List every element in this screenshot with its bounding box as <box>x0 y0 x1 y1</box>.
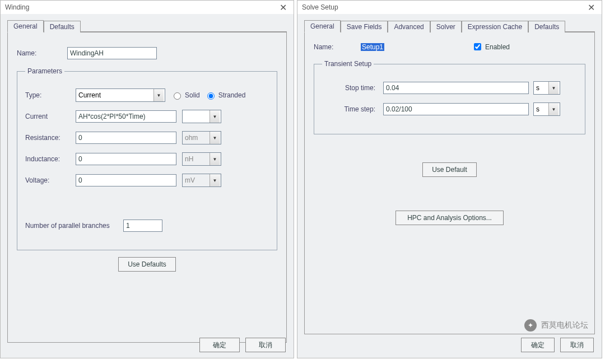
solve-setup-dialog: Solve Setup ✕ General Save Fields Advanc… <box>297 0 602 358</box>
use-default-button[interactable]: Use Default <box>422 162 477 177</box>
winding-title: Winding <box>5 3 277 11</box>
winding-buttons: 确定 取消 <box>199 338 286 352</box>
voltage-input <box>76 174 176 186</box>
enabled-checkbox-input[interactable] <box>474 43 481 50</box>
inductance-unit-combo: ▼ <box>182 152 221 166</box>
tab-save-fields[interactable]: Save Fields <box>341 21 388 32</box>
inductance-label: Inductance: <box>25 155 76 163</box>
solve-name-label: Name: <box>314 43 353 51</box>
type-combo[interactable]: ▼ <box>76 88 165 102</box>
type-label: Type: <box>25 91 76 99</box>
parameters-fieldset: Parameters Type: ▼ Solid Stranded <box>17 67 277 250</box>
inductance-row: Inductance: ▼ <box>25 152 269 166</box>
solve-titlebar: Solve Setup ✕ <box>297 1 602 14</box>
tab-general[interactable]: General <box>304 20 341 32</box>
inductance-input <box>76 153 176 165</box>
resistance-unit-input <box>183 132 210 144</box>
step-label: Time step: <box>322 105 375 113</box>
solve-name-row: Name: Setup1 Enabled <box>314 41 585 52</box>
tab-advanced[interactable]: Advanced <box>388 21 430 32</box>
close-icon[interactable]: ✕ <box>277 2 289 13</box>
inductance-unit-input <box>183 153 210 165</box>
voltage-label: Voltage: <box>25 176 76 184</box>
transient-fieldset: Transient Setup Stop time: ▼ Time step: … <box>314 60 585 134</box>
tab-general[interactable]: General <box>7 20 44 32</box>
chevron-down-icon[interactable]: ▼ <box>548 82 559 94</box>
hpc-options-button[interactable]: HPC and Analysis Options... <box>395 211 504 225</box>
chevron-down-icon[interactable]: ▼ <box>548 103 559 115</box>
name-label: Name: <box>17 49 67 57</box>
chevron-down-icon[interactable]: ▼ <box>153 89 164 101</box>
tab-defaults[interactable]: Defaults <box>44 21 81 32</box>
winding-kind-radios: Solid Stranded <box>171 91 245 100</box>
type-row: Type: ▼ Solid Stranded <box>25 88 269 102</box>
tab-defaults[interactable]: Defaults <box>528 21 565 32</box>
solve-name-input[interactable]: Setup1 <box>361 43 462 51</box>
watermark-text: 西莫电机论坛 <box>541 320 588 330</box>
wechat-icon: ✦ <box>524 319 537 332</box>
tab-expression-cache[interactable]: Expression Cache <box>462 21 528 32</box>
ok-button[interactable]: 确定 <box>521 338 555 352</box>
tab-solver[interactable]: Solver <box>430 21 462 32</box>
use-defaults-button[interactable]: Use Defaults <box>118 257 176 272</box>
solve-title: Solve Setup <box>302 3 585 11</box>
current-input[interactable] <box>76 110 176 123</box>
current-unit-input[interactable] <box>183 110 210 123</box>
radio-solid-input[interactable] <box>174 92 181 100</box>
solve-tabbar: General Save Fields Advanced Solver Expr… <box>297 14 602 32</box>
voltage-unit-input <box>183 174 210 186</box>
winding-general-panel: Name: Parameters Type: ▼ Solid <box>7 32 287 343</box>
winding-name-input[interactable] <box>67 47 157 59</box>
name-row: Name: <box>17 47 277 59</box>
chevron-down-icon[interactable]: ▼ <box>210 110 220 123</box>
radio-solid[interactable]: Solid <box>171 91 200 100</box>
step-unit-combo[interactable]: ▼ <box>533 102 560 116</box>
winding-dialog: Winding ✕ General Defaults Name: Paramet… <box>0 0 294 358</box>
enabled-checkbox[interactable]: Enabled <box>472 41 510 52</box>
resistance-row: Resistance: ▼ <box>25 131 269 144</box>
current-row: Current ▼ <box>25 110 269 123</box>
winding-titlebar: Winding ✕ <box>1 1 294 14</box>
current-label: Current <box>25 113 76 120</box>
ok-button[interactable]: 确定 <box>199 338 240 352</box>
winding-tabbar: General Defaults <box>1 14 294 32</box>
step-row: Time step: ▼ <box>322 102 577 116</box>
radio-stranded[interactable]: Stranded <box>204 91 246 100</box>
parameters-legend: Parameters <box>25 67 64 75</box>
resistance-unit-combo: ▼ <box>182 131 221 144</box>
branches-row: Number of parallel branches <box>25 220 269 232</box>
stop-label: Stop time: <box>322 84 375 92</box>
resistance-input <box>76 132 176 144</box>
cancel-button[interactable]: 取消 <box>560 338 594 352</box>
solve-buttons: 确定 取消 <box>521 338 594 352</box>
step-unit-input[interactable] <box>534 103 548 115</box>
stop-time-input[interactable] <box>383 82 529 94</box>
close-icon[interactable]: ✕ <box>585 2 597 13</box>
solve-general-panel: Name: Setup1 Enabled Transient Setup Sto… <box>304 32 595 334</box>
voltage-unit-combo: ▼ <box>182 174 221 187</box>
voltage-row: Voltage: ▼ <box>25 174 269 187</box>
chevron-down-icon: ▼ <box>210 174 220 186</box>
transient-legend: Transient Setup <box>322 60 374 68</box>
stop-unit-combo[interactable]: ▼ <box>533 81 560 95</box>
time-step-input[interactable] <box>383 103 529 115</box>
solve-name-value: Setup1 <box>361 43 384 51</box>
stop-unit-input[interactable] <box>534 82 548 94</box>
resistance-label: Resistance: <box>25 134 76 142</box>
chevron-down-icon: ▼ <box>210 132 220 144</box>
chevron-down-icon: ▼ <box>210 153 220 165</box>
cancel-button[interactable]: 取消 <box>245 338 286 352</box>
branches-input[interactable] <box>123 220 162 232</box>
type-combo-input[interactable] <box>76 89 153 101</box>
watermark: ✦ 西莫电机论坛 <box>524 319 588 332</box>
radio-stranded-input[interactable] <box>207 92 215 100</box>
branches-label: Number of parallel branches <box>25 222 123 230</box>
stop-row: Stop time: ▼ <box>322 81 577 95</box>
current-unit-combo[interactable]: ▼ <box>182 110 221 123</box>
